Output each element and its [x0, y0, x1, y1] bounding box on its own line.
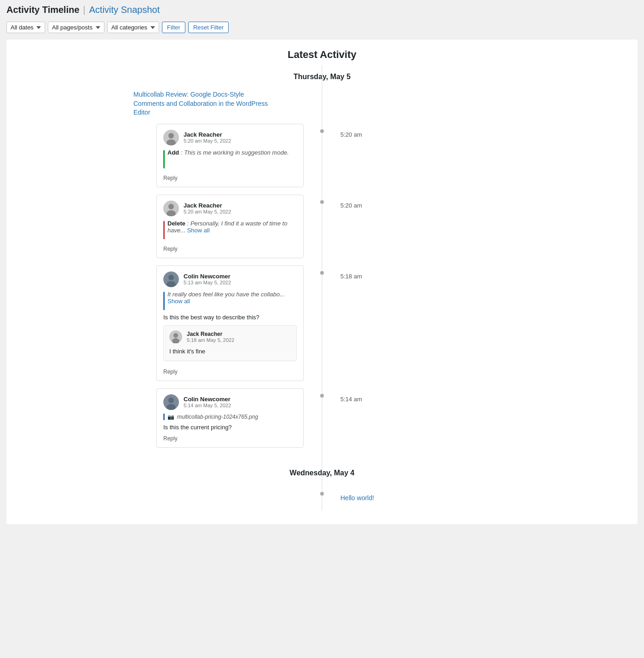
user-info: Jack Reacher 5:20 am May 5, 2022 [184, 202, 231, 214]
table-row: Colin Newcomer 5:13 am May 5, 2022 It re… [115, 266, 529, 381]
table-row: Jack Reacher 5:20 am May 5, 2022 Delete … [115, 195, 529, 258]
svg-point-13 [168, 398, 174, 403]
active-tab-title: Activity Timeline [6, 5, 80, 15]
image-filename: multicollab-pricing-1024x765.png [177, 414, 258, 420]
activity-snapshot-link[interactable]: Activity Snapshot [89, 5, 160, 15]
svg-point-10 [173, 333, 178, 338]
user-name: Jack Reacher [184, 202, 231, 209]
activity-time: 5:14 am [340, 396, 362, 403]
svg-point-7 [168, 275, 174, 280]
change-label: Add [167, 149, 179, 156]
timeline-time-right: 5:20 am [322, 195, 529, 209]
post-title-link[interactable]: Multicollab Review: Google Docs-Style Co… [133, 90, 271, 117]
timeline-dot [320, 394, 324, 398]
nested-reply-text: I think it's fine [169, 347, 291, 356]
nested-reply-card: Jack Reacher 5:18 am May 5, 2022 I think… [163, 325, 297, 361]
avatar [163, 394, 179, 410]
user-info: Colin Newcomer 5:13 am May 5, 2022 [184, 273, 231, 285]
svg-point-1 [168, 133, 174, 139]
reply-link[interactable]: Reply [163, 246, 178, 252]
change-indicator: It really does feel like you have the co… [163, 291, 297, 310]
timeline-wrapper: Thursday, May 5 Multicollab Review: Goog… [6, 65, 638, 510]
user-name: Jack Reacher [184, 131, 231, 138]
timeline-card-left: Colin Newcomer 5:14 am May 5, 2022 📷 mul… [115, 388, 322, 448]
timeline-time-right: 5:14 am [322, 388, 529, 403]
user-info: Colin Newcomer 5:14 am May 5, 2022 [184, 396, 231, 408]
user-row: Jack Reacher 5:20 am May 5, 2022 [163, 201, 297, 216]
activity-card: Colin Newcomer 5:13 am May 5, 2022 It re… [156, 266, 304, 381]
activity-time: 5:20 am [340, 131, 362, 138]
table-row: Jack Reacher 5:20 am May 5, 2022 Add : T… [115, 124, 529, 187]
blue-indicator-bar [163, 292, 165, 310]
image-icon: 📷 [167, 414, 174, 420]
user-row: Colin Newcomer 5:14 am May 5, 2022 [163, 394, 297, 410]
change-separator: : [187, 220, 190, 227]
avatar [163, 201, 179, 216]
show-all-link[interactable]: Show all [167, 298, 190, 305]
reply-link[interactable]: Reply [163, 369, 178, 375]
reset-filter-button[interactable]: Reset Filter [188, 22, 229, 33]
user-info: Jack Reacher 5:20 am May 5, 2022 [184, 131, 231, 144]
change-content: It really does feel like you have the co… [167, 291, 285, 298]
categories-filter-select[interactable]: All categories [107, 22, 159, 33]
user-name: Colin Newcomer [184, 273, 231, 280]
card-body-text: Is this the best way to describe this? [163, 313, 297, 322]
activity-card: Jack Reacher 5:20 am May 5, 2022 Add : T… [156, 124, 304, 187]
activity-time: 5:18 am [340, 273, 362, 280]
post-link-area: Multicollab Review: Google Docs-Style Co… [115, 90, 529, 124]
reply-link[interactable]: Reply [163, 435, 178, 442]
timeline-card-left: Jack Reacher 5:20 am May 5, 2022 Delete … [115, 195, 322, 258]
user-info: Jack Reacher 5:18 am May 5, 2022 [187, 331, 234, 343]
indicator-text: Delete : Personally, I find it a waste o… [167, 220, 297, 234]
activity-time: 5:20 am [340, 202, 362, 209]
timeline-card-left: Jack Reacher 5:20 am May 5, 2022 Add : T… [115, 124, 322, 187]
user-row: Colin Newcomer 5:13 am May 5, 2022 [163, 271, 297, 287]
change-content: Personally, I find it a waste of time to… [167, 220, 288, 234]
user-date: 5:13 am May 5, 2022 [184, 280, 231, 285]
indicator-text: It really does feel like you have the co… [167, 291, 285, 305]
change-indicator: Delete : Personally, I find it a waste o… [163, 220, 297, 239]
page-header: Activity Timeline | Activity Snapshot [0, 0, 644, 18]
timeline-time-right: 5:18 am [322, 266, 529, 280]
add-indicator-bar [163, 150, 165, 168]
timeline-right-link: Hello world! [322, 486, 529, 503]
timeline-time-right: 5:20 am [322, 124, 529, 138]
timeline-dot [320, 129, 324, 133]
svg-point-4 [168, 204, 174, 209]
user-row: Jack Reacher 5:18 am May 5, 2022 [169, 330, 291, 343]
avatar [163, 271, 179, 287]
avatar [169, 330, 182, 343]
header-separator: | [83, 5, 86, 15]
table-row: Colin Newcomer 5:14 am May 5, 2022 📷 mul… [115, 388, 529, 448]
change-label: Delete [167, 220, 185, 227]
image-indicator: 📷 multicollab-pricing-1024x765.png [163, 414, 297, 420]
change-indicator: Add : This is me working in suggestion m… [163, 149, 297, 168]
indicator-text: Add : This is me working in suggestion m… [167, 149, 289, 156]
avatar [163, 130, 179, 145]
table-row: Hello world! [115, 486, 529, 503]
timeline-card-left: Colin Newcomer 5:13 am May 5, 2022 It re… [115, 266, 322, 381]
user-date: 5:18 am May 5, 2022 [187, 337, 234, 343]
card-body-text: Is this the current pricing? [163, 423, 297, 432]
timeline-dot [320, 492, 324, 496]
date-filter-select[interactable]: All dates [6, 22, 45, 33]
user-row: Jack Reacher 5:20 am May 5, 2022 [163, 130, 297, 145]
timeline-dot [320, 271, 324, 275]
timeline-dot [320, 200, 324, 204]
filter-bar: All dates All pages/posts All categories… [0, 18, 644, 40]
user-date: 5:20 am May 5, 2022 [184, 209, 231, 214]
user-name: Colin Newcomer [184, 396, 231, 403]
show-all-link[interactable]: Show all [187, 227, 210, 234]
pages-posts-filter-select[interactable]: All pages/posts [48, 22, 104, 33]
user-date: 5:20 am May 5, 2022 [184, 138, 231, 144]
user-name: Jack Reacher [187, 331, 234, 337]
filter-button[interactable]: Filter [162, 22, 185, 33]
main-content-area: Latest Activity Thursday, May 5 Multicol… [6, 40, 638, 524]
reply-link[interactable]: Reply [163, 175, 178, 181]
activity-card: Jack Reacher 5:20 am May 5, 2022 Delete … [156, 195, 304, 258]
delete-indicator-bar [163, 221, 165, 239]
section-heading: Latest Activity [6, 49, 638, 61]
hello-world-link[interactable]: Hello world! [340, 494, 374, 503]
change-content: This is me working in suggestion mode. [184, 149, 289, 156]
activity-card: Colin Newcomer 5:14 am May 5, 2022 📷 mul… [156, 388, 304, 448]
